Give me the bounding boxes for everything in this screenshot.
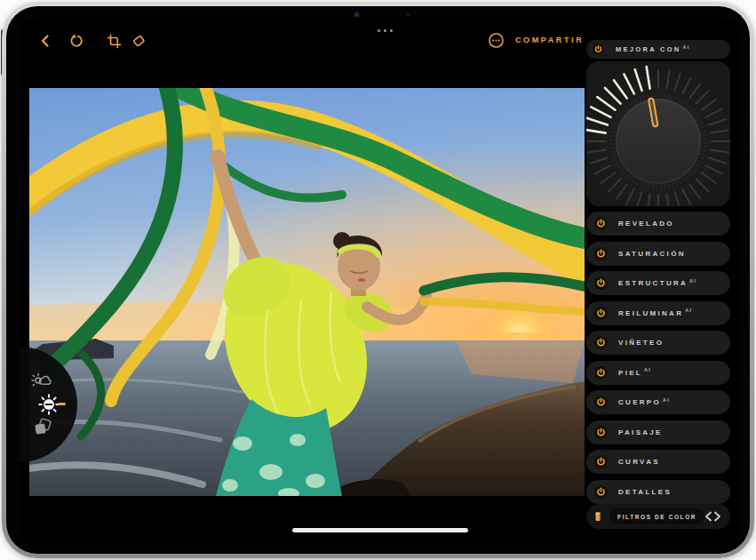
adjustment-button[interactable]: CUERPOAI — [586, 390, 730, 414]
photo-canvas[interactable] — [29, 88, 585, 496]
adjustments-list: REVELADO SATURACIÓN — [586, 212, 730, 504]
power-toggle-icon[interactable] — [594, 336, 608, 349]
active-tool-indicator — [58, 403, 66, 405]
front-camera — [354, 12, 359, 17]
home-indicator[interactable] — [292, 528, 468, 532]
chevron-left-icon — [704, 511, 712, 522]
ai-superscript: AI — [683, 44, 690, 50]
adjustment-label: VIÑETEO — [618, 339, 664, 347]
adjustment-label: PAISAJE — [618, 428, 663, 436]
power-toggle-icon[interactable] — [594, 276, 608, 290]
prev-filter-button[interactable] — [704, 510, 712, 523]
adjustment-label: CUERPO — [618, 398, 661, 406]
power-toggle-icon[interactable] — [594, 217, 608, 230]
filters-tool[interactable] — [31, 415, 54, 438]
adjustment-button[interactable]: ESTRUCTURAAI — [586, 271, 730, 295]
ai-superscript: AI — [689, 278, 696, 284]
power-toggle-icon[interactable] — [594, 366, 608, 380]
enhance-dial-panel — [586, 61, 730, 206]
color-filters-bar: FILTROS DE COLOR — [586, 504, 730, 529]
crop-button[interactable] — [104, 31, 123, 51]
more-circle-icon — [488, 32, 505, 49]
power-toggle-icon[interactable] — [594, 307, 608, 320]
adjustment-label: CURVAS — [618, 458, 660, 466]
white-balance-tool[interactable] — [30, 370, 53, 393]
ai-superscript: AI — [663, 397, 670, 403]
eraser-icon — [131, 33, 147, 49]
chevron-left-icon — [39, 34, 52, 48]
adjustment-label: ESTRUCTURA — [618, 279, 688, 287]
power-toggle-icon[interactable] — [594, 455, 608, 468]
adjustment-label: DETALLES — [618, 488, 672, 496]
adjustment-button[interactable]: DETALLES — [586, 480, 730, 504]
power-toggle-icon[interactable] — [594, 247, 608, 260]
adjustment-label: SATURACIÓN — [618, 250, 686, 258]
sensor-dot — [407, 13, 410, 16]
eraser-button[interactable] — [129, 31, 148, 51]
adjustment-button[interactable]: PIELAI — [586, 361, 730, 385]
chevron-right-icon — [713, 511, 721, 522]
ipad-frame: COMPARTIR — [2, 2, 754, 558]
adjustment-button[interactable]: VIÑETEO — [586, 331, 730, 355]
share-button[interactable]: COMPARTIR — [515, 36, 584, 44]
more-button[interactable] — [486, 30, 505, 50]
photo-image — [29, 88, 585, 496]
ai-superscript: AI — [644, 367, 651, 372]
next-filter-button[interactable] — [713, 510, 721, 523]
power-toggle-icon[interactable] — [593, 44, 604, 55]
back-button[interactable] — [36, 31, 55, 51]
color-filters-label: FILTROS DE COLOR — [617, 514, 696, 520]
power-toggle-icon[interactable] — [594, 426, 608, 439]
adjustment-button[interactable]: PAISAJE — [586, 420, 730, 444]
undo-icon — [68, 33, 84, 49]
power-toggle-icon[interactable] — [594, 485, 608, 499]
undo-button[interactable] — [67, 31, 86, 51]
filter-stack-icon — [32, 416, 53, 437]
ipad-bezel: COMPARTIR — [6, 6, 750, 554]
adjustment-label: REILUMINAR — [618, 309, 683, 317]
adjustment-label: PIEL — [618, 369, 642, 377]
adjustment-button[interactable]: CURVAS — [586, 450, 730, 474]
power-toggle-icon[interactable] — [594, 396, 608, 409]
stage: COMPARTIR — [0, 0, 756, 560]
color-filters-button[interactable]: FILTROS DE COLOR — [609, 508, 704, 524]
ai-superscript: AI — [685, 308, 692, 313]
white-balance-icon — [31, 371, 52, 392]
screen: COMPARTIR — [20, 18, 740, 546]
adjustment-button[interactable]: REILUMINARAI — [586, 301, 730, 325]
film-canister-icon[interactable] — [593, 508, 602, 524]
adjustment-button[interactable]: REVELADO — [586, 212, 730, 236]
adjustment-button[interactable]: SATURACIÓN — [586, 242, 730, 266]
enhance-label: MEJORA CON — [616, 45, 681, 53]
enhance-button[interactable]: MEJORA CONAI — [586, 40, 730, 59]
crop-icon — [107, 34, 122, 49]
multitasking-dots[interactable] — [378, 29, 393, 32]
adjustment-label: REVELADO — [618, 220, 674, 228]
